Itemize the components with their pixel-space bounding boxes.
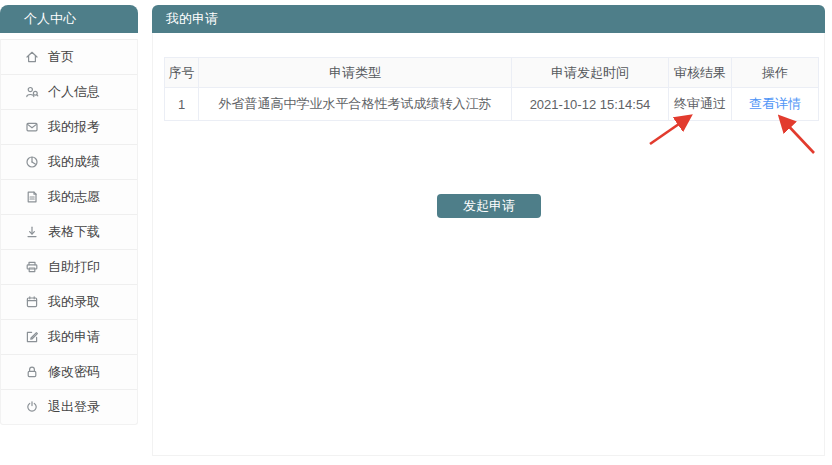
sidebar-item-label: 自助打印 [48, 258, 100, 276]
sidebar-item-my-scores[interactable]: 我的成绩 [1, 144, 137, 179]
sidebar-item-self-print[interactable]: 自助打印 [1, 249, 137, 284]
main-body: 序号 申请类型 申请发起时间 审核结果 操作 1 外省普通高中学业水平合格性考试… [152, 33, 825, 456]
cell-review-result: 终审通过 [669, 88, 732, 121]
sidebar-item-label: 我的志愿 [48, 188, 100, 206]
sidebar-title: 个人中心 [0, 5, 138, 33]
cell-seq: 1 [165, 88, 199, 121]
col-header-action: 操作 [732, 58, 819, 88]
col-header-time: 申请发起时间 [512, 58, 669, 88]
calendar-icon [25, 295, 39, 309]
sidebar-item-label: 修改密码 [48, 363, 100, 381]
cell-action: 查看详情 [732, 88, 819, 121]
view-details-link[interactable]: 查看详情 [749, 96, 801, 111]
sidebar-menu: 首页 个人信息 我的报考 我的成绩 我的志愿 [0, 39, 138, 425]
sidebar-item-change-password[interactable]: 修改密码 [1, 354, 137, 389]
pie-chart-icon [25, 155, 39, 169]
button-row: 发起申请 [164, 194, 814, 218]
sidebar: 个人中心 首页 个人信息 我的报考 我的成绩 [0, 5, 138, 425]
sidebar-item-label: 我的报考 [48, 118, 100, 136]
sidebar-item-my-admission[interactable]: 我的录取 [1, 284, 137, 319]
cell-application-time: 2021-10-12 15:14:54 [512, 88, 669, 121]
sidebar-item-my-preferences[interactable]: 我的志愿 [1, 179, 137, 214]
sidebar-item-label: 我的申请 [48, 328, 100, 346]
sidebar-item-label: 我的录取 [48, 293, 100, 311]
sidebar-item-personal-info[interactable]: 个人信息 [1, 74, 137, 109]
sidebar-item-label: 退出登录 [48, 398, 100, 416]
mail-icon [25, 120, 39, 134]
sidebar-item-logout[interactable]: 退出登录 [1, 389, 137, 424]
cell-application-type: 外省普通高中学业水平合格性考试成绩转入江苏 [199, 88, 512, 121]
user-search-icon [25, 85, 39, 99]
col-header-result: 审核结果 [669, 58, 732, 88]
sidebar-item-label: 我的成绩 [48, 153, 100, 171]
col-header-type: 申请类型 [199, 58, 512, 88]
sidebar-item-label: 表格下载 [48, 223, 100, 241]
main-panel: 我的申请 序号 申请类型 申请发起时间 审核结果 操作 1 外省普通高中学业水平… [152, 5, 825, 456]
sidebar-item-home[interactable]: 首页 [1, 39, 137, 74]
initiate-application-button[interactable]: 发起申请 [437, 194, 541, 218]
col-header-seq: 序号 [165, 58, 199, 88]
logout-icon [25, 400, 39, 414]
page-title: 我的申请 [152, 5, 825, 33]
sidebar-item-form-download[interactable]: 表格下载 [1, 214, 137, 249]
edit-icon [25, 330, 39, 344]
table-row: 1 外省普通高中学业水平合格性考试成绩转入江苏 2021-10-12 15:14… [165, 88, 819, 121]
document-icon [25, 190, 39, 204]
lock-icon [25, 365, 39, 379]
table-header-row: 序号 申请类型 申请发起时间 审核结果 操作 [165, 58, 819, 88]
sidebar-item-label: 个人信息 [48, 83, 100, 101]
sidebar-item-my-applications[interactable]: 我的申请 [1, 319, 137, 354]
printer-icon [25, 260, 39, 274]
home-icon [25, 50, 39, 64]
download-icon [25, 225, 39, 239]
applications-table: 序号 申请类型 申请发起时间 审核结果 操作 1 外省普通高中学业水平合格性考试… [164, 57, 819, 121]
sidebar-item-label: 首页 [48, 48, 74, 66]
sidebar-item-my-registration[interactable]: 我的报考 [1, 109, 137, 144]
